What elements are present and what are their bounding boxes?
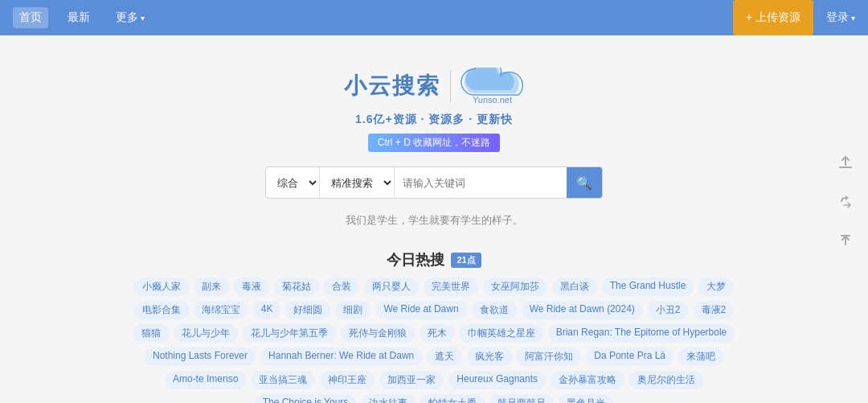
hot-tag[interactable]: Nothing Lasts Forever <box>145 347 256 366</box>
hot-tag[interactable]: 阿富汗你知 <box>517 347 581 366</box>
nav-home[interactable]: 首页 <box>13 7 48 28</box>
hot-tag[interactable]: 神印王座 <box>320 371 375 389</box>
hot-tag[interactable]: 菊花姑 <box>274 278 319 296</box>
logo-section: 小云搜索 Yunso.net <box>344 68 525 105</box>
hot-title-text: 今日热搜 <box>387 250 444 269</box>
nav-latest[interactable]: 最新 <box>61 7 96 28</box>
hot-tag[interactable]: 副来 <box>194 278 229 296</box>
hot-tag[interactable]: 韩兄两韩兄 <box>489 394 554 403</box>
hot-tag[interactable]: 金孙暴富攻略 <box>551 371 624 389</box>
hot-tag[interactable]: 黑白谈 <box>552 278 597 296</box>
hot-tag[interactable]: 电影合集 <box>134 301 189 319</box>
hot-tag[interactable]: 大梦 <box>698 278 734 296</box>
hot-tag[interactable]: 好细圆 <box>285 301 330 319</box>
sidebar-upload-icon[interactable] <box>833 150 858 176</box>
chevron-down-icon: ▾ <box>851 14 855 23</box>
mode-select[interactable]: 精准搜索 模糊搜索 <box>320 167 395 198</box>
hot-tags-container: 小癞人家副来毒液菊花姑合装两只婴人完美世界女巫阿加莎黑白谈The Grand H… <box>121 278 747 403</box>
hot-tag[interactable]: 花儿与少年 <box>174 324 238 343</box>
login-label: 登录 <box>826 10 849 25</box>
hot-tag[interactable]: 奥尼尔的生活 <box>629 371 703 389</box>
logo-divider <box>450 70 451 102</box>
search-button[interactable]: 🔍 <box>567 167 602 198</box>
hot-search-section: 今日热搜 21点 小癞人家副来毒液菊花姑合装两只婴人完美世界女巫阿加莎黑白谈Th… <box>121 250 747 403</box>
hot-tag[interactable]: 黑色月光 <box>559 394 613 403</box>
svg-rect-0 <box>839 167 852 168</box>
hot-title: 今日热搜 21点 <box>121 250 747 269</box>
hot-tag[interactable]: 帕特女土秀 <box>420 394 485 403</box>
hot-tag[interactable]: 死侍与金刚狼 <box>341 324 415 343</box>
cloud-icon <box>461 68 525 98</box>
hot-tag[interactable]: 遮天 <box>427 347 462 366</box>
login-button[interactable]: 登录 ▾ <box>826 10 855 25</box>
sidebar-totop-icon[interactable] <box>833 228 858 253</box>
motto: 我们是学生，学生就要有学生的样子。 <box>346 213 523 228</box>
hot-tag[interactable]: The Grand Hustle <box>602 278 694 296</box>
nav-more[interactable]: 更多 ▾ <box>109 7 151 28</box>
hot-tag[interactable]: 死木 <box>420 324 455 343</box>
hot-tag[interactable]: 合装 <box>324 278 359 296</box>
hot-tag[interactable]: We Ride at Dawn <box>375 301 466 319</box>
share-icon <box>837 194 854 210</box>
svg-rect-1 <box>841 235 850 236</box>
hot-tag[interactable]: The Choice is Yours <box>255 394 357 403</box>
to-top-icon <box>837 232 854 249</box>
hot-tag[interactable]: Heureux Gagnants <box>448 371 546 389</box>
sidebar-icons <box>833 150 858 253</box>
search-bar: 综合 影视 音乐 图书 软件 精准搜索 模糊搜索 🔍 <box>265 167 603 199</box>
hot-tag[interactable]: Amo-te Imenso <box>165 371 246 389</box>
logo-text: 小云搜索 <box>344 71 440 101</box>
hot-tag[interactable]: 完美世界 <box>424 278 478 296</box>
hot-tag[interactable]: 两只婴人 <box>364 278 419 296</box>
hot-tag[interactable]: We Ride at Dawn (2024) <box>522 301 643 319</box>
nav-more-label: 更多 <box>116 10 138 25</box>
hot-tag[interactable]: 海绵宝宝 <box>194 301 248 319</box>
hot-tag[interactable]: Brian Regan: The Epitome of Hyperbole <box>548 324 735 343</box>
upload-icon <box>837 155 854 171</box>
hot-tag[interactable]: 加西亚一家 <box>379 371 444 389</box>
hot-tag[interactable]: 边水往事 <box>361 394 416 403</box>
hot-tag[interactable]: Da Ponte Pra Lá <box>586 347 674 366</box>
hot-tag[interactable]: 小癞人家 <box>134 278 189 296</box>
hot-tag[interactable]: 花儿与少年第五季 <box>243 324 336 343</box>
search-input[interactable] <box>395 167 567 198</box>
hot-tag[interactable]: 女巫阿加莎 <box>483 278 547 296</box>
hot-tag[interactable]: 小丑2 <box>648 301 689 319</box>
tagline: 1.6亿+资源 · 资源多 · 更新快 <box>355 113 513 127</box>
logo-cloud-url: Yunso.net <box>473 95 512 105</box>
category-select[interactable]: 综合 影视 音乐 图书 软件 <box>266 167 320 198</box>
chevron-down-icon: ▾ <box>141 14 145 23</box>
main-content: 小云搜索 Yunso.net 1.6亿+资源 · 资源多 · 更新快 Ctrl … <box>0 35 868 403</box>
hot-tag[interactable]: 4K <box>253 301 281 319</box>
search-icon: 🔍 <box>576 175 592 191</box>
hot-tag[interactable]: 巾帼英雄之星座 <box>460 324 543 343</box>
hot-tag[interactable]: 细剧 <box>335 301 371 319</box>
hot-tag[interactable]: 亚当搞三魂 <box>251 371 315 389</box>
hot-tag[interactable]: 来蒲吧 <box>678 347 723 366</box>
hot-badge: 21点 <box>451 253 481 268</box>
hot-tag[interactable]: 毒液2 <box>694 301 735 319</box>
logo-cloud: Yunso.net <box>461 68 525 105</box>
hot-tag[interactable]: 疯光客 <box>467 347 512 366</box>
hot-tag[interactable]: 毒液 <box>234 278 269 296</box>
navbar: 首页 最新 更多 ▾ + 上传资源 登录 ▾ <box>0 0 868 35</box>
sidebar-share-icon[interactable] <box>833 189 858 215</box>
hot-tag[interactable]: 猫猫 <box>133 324 169 343</box>
shortcut-hint: Ctrl + D 收藏网址，不迷路 <box>368 134 500 152</box>
upload-button[interactable]: + 上传资源 <box>733 0 813 35</box>
hot-tag[interactable]: 食欲道 <box>472 301 517 319</box>
hot-tag[interactable]: Hannah Berner: We Ride at Dawn <box>260 347 422 366</box>
